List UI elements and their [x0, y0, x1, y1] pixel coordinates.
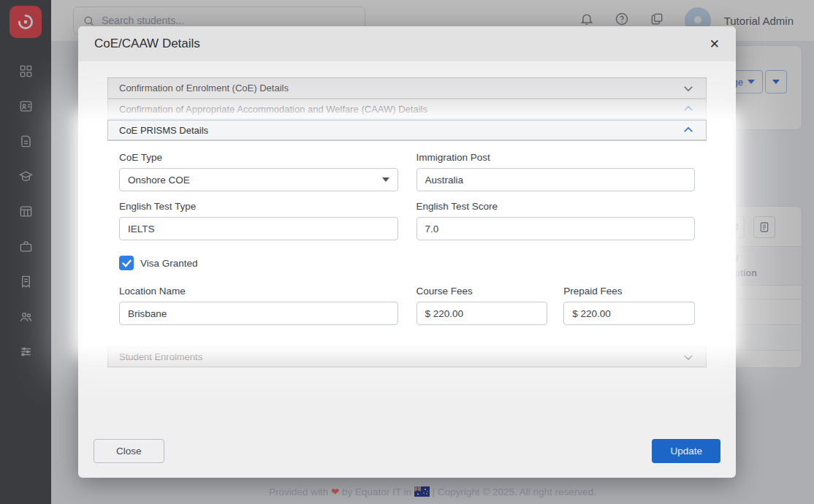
accordion-student-enrolments[interactable]: Student Enrolments — [107, 346, 707, 367]
accordion-coe-details[interactable]: Confirmation of Enrolment (CoE) Details — [107, 77, 707, 99]
course-fees-group: Course Fees — [416, 286, 548, 325]
english-test-type-input[interactable] — [119, 217, 398, 240]
visa-granted-checkbox[interactable] — [119, 256, 134, 270]
english-test-score-label: English Test Score — [416, 201, 696, 212]
prepaid-fees-label: Prepaid Fees — [563, 286, 695, 297]
accordion-label: Confirmation of Enrolment (CoE) Details — [119, 83, 289, 93]
accordion-label: CoE PRISMS Details — [119, 125, 208, 136]
english-test-score-input[interactable] — [416, 217, 696, 240]
english-test-type-label: English Test Type — [119, 201, 398, 212]
check-icon — [122, 259, 132, 267]
chevron-up-icon — [682, 102, 695, 115]
fees-group: Course Fees Prepaid Fees — [416, 286, 696, 325]
immigration-post-input[interactable] — [416, 168, 696, 191]
location-name-label: Location Name — [119, 286, 398, 297]
coe-caaw-details-modal: CoE/CAAW Details ✕ Confirmation of Enrol… — [78, 26, 736, 478]
modal-header: CoE/CAAW Details ✕ — [78, 26, 736, 61]
accordion-caaw-details[interactable]: Confirmation of Appropriate Accommodatio… — [107, 99, 707, 120]
chevron-down-icon — [682, 82, 695, 95]
accordion-label: Student Enrolments — [119, 351, 202, 362]
location-name-group: Location Name — [119, 286, 398, 325]
coe-type-select[interactable]: Onshore COE — [119, 168, 398, 191]
immigration-post-group: Immigration Post — [416, 152, 696, 191]
modal-title: CoE/CAAW Details — [94, 37, 200, 51]
coe-prisms-form: CoE Type Onshore COE Immigration Post En… — [107, 141, 707, 346]
prepaid-fees-group: Prepaid Fees — [563, 286, 695, 325]
modal-body: Confirmation of Enrolment (CoE) Details … — [78, 61, 736, 367]
coe-type-group: CoE Type Onshore COE — [119, 152, 398, 191]
tutorial-spotlight: CoE PRISMS Details CoE Type Onshore COE … — [83, 120, 731, 346]
prepaid-fees-input[interactable] — [563, 302, 695, 325]
visa-granted-label: Visa Granted — [140, 258, 198, 269]
chevron-down-icon — [382, 177, 389, 182]
location-name-input[interactable] — [119, 302, 398, 325]
immigration-post-label: Immigration Post — [416, 152, 696, 163]
close-icon[interactable]: ✕ — [710, 38, 720, 50]
english-test-type-group: English Test Type — [119, 201, 398, 240]
chevron-down-icon — [682, 351, 695, 364]
coe-type-label: CoE Type — [119, 152, 398, 163]
visa-granted-row: Visa Granted — [119, 256, 695, 270]
accordion-label: Confirmation of Appropriate Accommodatio… — [119, 104, 427, 115]
update-button[interactable]: Update — [652, 439, 720, 463]
accordion-coe-prisms-details[interactable]: CoE PRISMS Details — [107, 120, 707, 141]
course-fees-input[interactable] — [416, 302, 548, 325]
close-button[interactable]: Close — [94, 439, 164, 463]
english-test-score-group: English Test Score — [416, 201, 696, 240]
course-fees-label: Course Fees — [416, 286, 548, 297]
modal-footer: Close Update — [94, 439, 720, 463]
chevron-up-icon — [682, 123, 695, 137]
